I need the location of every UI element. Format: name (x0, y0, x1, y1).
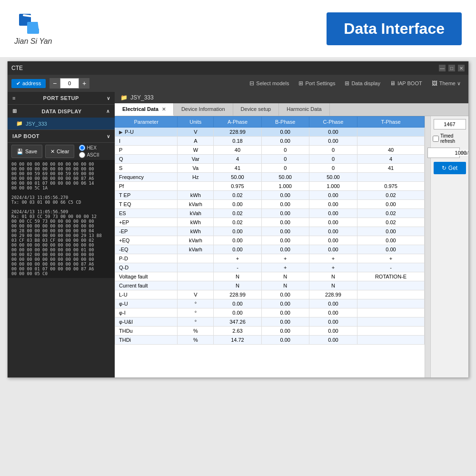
table-row[interactable]: T EPkWh0.020.000.000.02 (115, 191, 425, 200)
table-row[interactable]: Voltage faultNNNROTATION-E (115, 272, 425, 281)
cell-units-3: Var (178, 155, 214, 164)
console-timestamp: 2024/4/13 11:05:56.509 (11, 209, 111, 214)
cell-units-21: ° (178, 317, 214, 327)
table-row[interactable]: Current faultNNN (115, 281, 425, 290)
tab-iap-boot[interactable]: 🖥 IAP BOOT (386, 79, 426, 88)
maximize-button[interactable]: □ (448, 65, 455, 71)
cell-param-18: L-U (115, 290, 178, 299)
save-button[interactable]: 💾 Save (11, 145, 42, 158)
timed-refresh-checkbox[interactable] (433, 136, 439, 142)
sidebar-item-data-display[interactable]: ⊞ DATA DISPLAY ∧ (8, 105, 115, 118)
spin-control: ▲ ▼ (427, 148, 460, 158)
get-button[interactable]: ↻ Get (434, 162, 466, 174)
cell-a-0: 228.99 (214, 128, 261, 137)
table-row[interactable]: +EQkVarh0.000.000.000.00 (115, 236, 425, 245)
tab-electrical-data-close[interactable]: ✕ (162, 107, 166, 112)
interval-control: ▲ ▼ ms/N (427, 148, 468, 158)
address-button[interactable]: ✔ address (11, 79, 46, 88)
minimize-button[interactable]: — (439, 65, 446, 71)
cell-c-7: 0.00 (309, 191, 357, 200)
table-row[interactable]: IA0.180.000.00 (115, 137, 425, 146)
increment-button[interactable]: + (79, 78, 89, 89)
table-row[interactable]: L-UV228.990.00228.99 (115, 290, 425, 299)
jsy333-folder-icon: 📁 (16, 120, 23, 127)
table-row[interactable]: φ-U°0.000.000.00 (115, 299, 425, 308)
cell-t-7: 0.02 (357, 191, 425, 200)
cell-c-23: 0.00 (309, 336, 357, 345)
cell-a-18: 228.99 (214, 290, 261, 299)
data-table-container[interactable]: Parameter Units A-Phase B-Phase C-Phase … (115, 116, 425, 377)
table-row[interactable]: PW400040 (115, 146, 425, 155)
cell-b-17: N (261, 281, 309, 290)
table-row[interactable]: FrequencyHz50.0050.0050.00 (115, 173, 425, 182)
port-setup-label: PORT SETUP (43, 95, 79, 101)
cell-units-19: ° (178, 299, 214, 308)
table-row[interactable]: Q-D-++- (115, 263, 425, 272)
cell-units-5: Hz (178, 173, 214, 182)
jsy333-label: JSY_333 (26, 121, 47, 127)
close-button[interactable]: ✕ (458, 65, 465, 71)
col-header-units: Units (178, 117, 214, 128)
cell-b-21: 0.00 (261, 317, 309, 327)
table-row[interactable]: φ-I°0.000.000.00 (115, 308, 425, 317)
table-row[interactable]: QVar4004 (115, 155, 425, 164)
sidebar-item-jsy333[interactable]: 📁 JSY_333 (8, 118, 115, 129)
cell-units-8: kVarh (178, 200, 214, 209)
cell-param-1: I (115, 137, 178, 146)
cell-b-5: 50.00 (261, 173, 309, 182)
tab-device-information[interactable]: Device Information (174, 103, 233, 116)
hex-radio[interactable] (79, 145, 85, 151)
table-row[interactable]: +EPkWh0.020.000.000.02 (115, 218, 425, 227)
tab-select-models[interactable]: ⊟ Select models (246, 79, 293, 88)
row-arrow: ▶ (119, 129, 123, 135)
device-folder-icon: 📁 (120, 94, 128, 101)
table-row[interactable]: T EQkVarh0.000.000.000.00 (115, 200, 425, 209)
address-label: address (22, 80, 41, 86)
table-row[interactable]: P-D++++ (115, 254, 425, 263)
cell-b-4: 0 (261, 164, 309, 173)
port-setup-arrow: ∨ (107, 96, 110, 101)
table-row[interactable]: -EQkVarh0.000.000.000.00 (115, 245, 425, 254)
table-row[interactable]: -EPkWh0.000.000.000.00 (115, 227, 425, 236)
cell-c-15: + (309, 263, 357, 272)
tab-device-setup[interactable]: Device setup (233, 103, 279, 116)
hex-radio-label[interactable]: HEX (79, 145, 99, 151)
table-row[interactable]: SVa410041 (115, 164, 425, 173)
sidebar-item-port-setup[interactable]: ≡ PORT SETUP ∨ (8, 92, 115, 104)
tab-device-setup-label: Device setup (241, 106, 271, 112)
cell-a-2: 40 (214, 146, 261, 155)
tab-theme[interactable]: 🖼 Theme ∨ (428, 79, 465, 88)
decrement-button[interactable]: − (50, 78, 60, 89)
table-row[interactable]: ESkVah0.020.000.000.02 (115, 209, 425, 218)
cell-c-3: 0 (309, 155, 357, 164)
data-display-sidebar-label: DATA DISPLAY (41, 109, 81, 114)
get-label: Get (448, 165, 457, 171)
data-table: Parameter Units A-Phase B-Phase C-Phase … (115, 116, 425, 345)
console-line (11, 205, 111, 209)
ascii-radio[interactable] (79, 152, 85, 158)
ascii-radio-label[interactable]: ASCII (79, 152, 99, 158)
clear-button[interactable]: ✕ Clear (45, 145, 74, 158)
format-radio-group: HEX ASCII (79, 145, 99, 158)
table-row[interactable]: THDi%14.720.000.00 (115, 336, 425, 345)
table-row[interactable]: ▶P-UV228.990.000.00 (115, 128, 425, 137)
cell-a-9: 0.02 (214, 209, 261, 218)
tab-port-settings[interactable]: ⊞ Port Settings (295, 79, 339, 88)
sidebar-item-iap-boot-sidebar[interactable]: IAP BOOT ∨ (8, 130, 115, 142)
tab-electrical-data[interactable]: Electrical Data ✕ (115, 103, 174, 116)
cell-c-13: 0.00 (309, 245, 357, 254)
cell-param-14: P-D (115, 254, 178, 263)
tab-harmonic-data[interactable]: Harmonic Data (279, 103, 329, 116)
col-header-b-phase: B-Phase (261, 117, 309, 128)
tab-device-information-label: Device Information (181, 106, 225, 112)
table-row[interactable]: φ-U&I°347.260.000.00 (115, 317, 425, 327)
table-row[interactable]: Pf0.9751.0001.0000.975 (115, 182, 425, 191)
cell-a-23: 14.72 (214, 336, 261, 345)
console-line: 00 00 02 00 00 00 00 00 00 00 00 (11, 252, 111, 257)
value-input[interactable] (434, 119, 466, 129)
table-row[interactable]: THDu%2.630.000.00 (115, 327, 425, 336)
cell-b-15: + (261, 263, 309, 272)
address-input[interactable] (60, 78, 79, 89)
iap-boot-arrow: ∨ (107, 134, 110, 139)
tab-data-display[interactable]: ⊞ Data display (341, 79, 384, 88)
